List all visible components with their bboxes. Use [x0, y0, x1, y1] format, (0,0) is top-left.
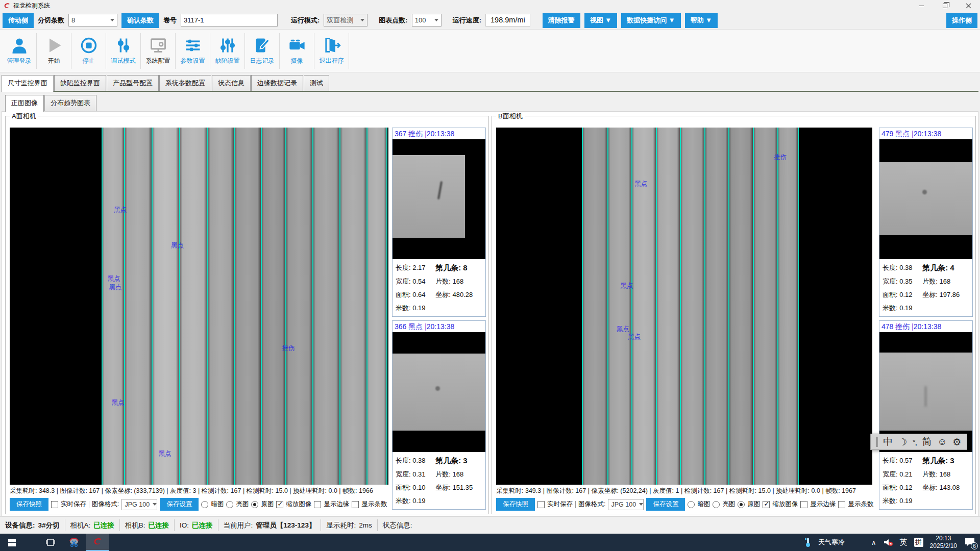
tab-page-border [2, 91, 978, 92]
defect-card-header: 479 黑点 |20:13:38 [879, 128, 972, 139]
clock[interactable]: 20:132025/2/10 [930, 535, 957, 550]
toolbar-button-stop[interactable]: 停止 [71, 33, 106, 69]
gear-icon[interactable]: ⚙ [952, 436, 961, 448]
weather-text[interactable]: 天气寒冷 [818, 538, 845, 547]
save-settings-button[interactable]: 保存设置 [646, 498, 685, 511]
toolbar-button-start[interactable]: 开始 [37, 33, 71, 69]
ime-punctuation-button[interactable]: °, [913, 438, 917, 446]
language-indicator[interactable]: 英 [900, 538, 908, 547]
pieces-label: 片数: [922, 470, 938, 478]
clear-alarm-button[interactable]: 清除报警 [543, 13, 580, 28]
roll-number-input[interactable] [181, 14, 278, 27]
chevron-down-icon [110, 19, 114, 21]
slit-count-select[interactable]: 8 [68, 14, 117, 27]
minimize-button[interactable] [910, 0, 933, 11]
snipping-tool-button[interactable] [62, 534, 86, 551]
defect-mark [925, 386, 926, 407]
show-count-label: 显示条数 [361, 500, 387, 509]
width-label: 宽度: [396, 278, 411, 285]
save-settings-button[interactable]: 保存设置 [160, 498, 199, 511]
image-format-value: JPG 100 [125, 501, 150, 508]
image-format-select[interactable]: JPG 100 [608, 499, 644, 510]
defect-settings-label: 缺陷设置 [215, 57, 240, 65]
confirm-count-button[interactable]: 确认条数 [121, 13, 159, 28]
camera-a-status-line: 采集耗时: 348.3 | 图像计数: 167 | 像素坐标: (333,713… [10, 487, 485, 495]
realtime-save-checkbox[interactable] [51, 501, 58, 508]
camera-b-view: 挫伤黑点黑点黑点黑点 [496, 128, 872, 485]
toolbar-button-log-record[interactable]: 日志记录 [245, 33, 280, 69]
current-user-label: 当前用户: [224, 521, 253, 530]
tab-main-4[interactable]: 状态信息 [212, 75, 251, 92]
tab-main-6[interactable]: 测试 [304, 75, 329, 92]
length-value: 0.38 [899, 264, 912, 271]
pieces-label: 片数: [922, 278, 938, 285]
show-count-checkbox[interactable] [352, 501, 359, 508]
strip-divider-line [312, 128, 313, 485]
zoom-image-checkbox[interactable] [276, 501, 283, 508]
tab-sub-0[interactable]: 正面图像 [5, 95, 44, 112]
ime-language-bar[interactable]: 中 ☽ °, 简 ☺ ⚙ [870, 434, 967, 450]
operator-side-button[interactable]: 操作侧 [946, 13, 977, 28]
bright-image-label: 亮图 [722, 500, 735, 509]
tray-expand-chevron[interactable]: ∧ [871, 539, 876, 546]
drive-side-button[interactable]: 传动侧 [3, 13, 34, 28]
run-mode-select[interactable]: 双面检测 [324, 14, 368, 27]
toolbar-button-debug-mode[interactable]: 调试模式 [106, 33, 141, 69]
show-edge-label: 显示边缘 [810, 500, 836, 509]
toolbar-button-defect-settings[interactable]: 缺陷设置 [210, 33, 245, 69]
sample-surface [393, 354, 485, 430]
original-image-radio[interactable] [251, 501, 258, 508]
ime-indicator[interactable]: 拼 [914, 538, 923, 547]
view-menu-button[interactable]: 视图 ▼ [584, 13, 617, 28]
notification-center-button[interactable]: 6 [964, 537, 976, 548]
debug-mode-label: 调试模式 [111, 57, 136, 65]
bright-image-radio[interactable] [226, 501, 233, 508]
defect-card[interactable]: 479 黑点 |20:13:38 长度: 0.38 第几条: 4 宽度: 0.3… [879, 128, 973, 317]
toolbar-button-exit-program[interactable]: 退出程序 [314, 33, 349, 69]
toolbar-button-param-settings[interactable]: 参数设置 [176, 33, 210, 69]
speaker-muted-icon[interactable] [883, 538, 893, 546]
show-count-checkbox[interactable] [838, 501, 845, 508]
tab-main-2[interactable]: 产品型号配置 [107, 75, 159, 92]
app-taskbar-button[interactable] [86, 534, 109, 551]
original-image-radio[interactable] [738, 501, 745, 508]
defect-card[interactable]: 366 黑点 |20:13:38 长度: 0.38 第几条: 3 宽度: 0.3… [392, 320, 486, 510]
defect-label: 黑点 [159, 449, 172, 458]
toolbar-button-system-config[interactable]: 系统配置 [141, 33, 176, 69]
chart-points-select[interactable]: 100 [412, 14, 442, 27]
start-button[interactable] [0, 534, 23, 551]
realtime-save-checkbox[interactable] [537, 501, 545, 508]
tab-sub-1[interactable]: 分布趋势图表 [44, 95, 96, 112]
dark-image-radio[interactable] [688, 501, 695, 508]
task-view-button[interactable] [39, 534, 62, 551]
save-snapshot-button[interactable]: 保存快照 [10, 498, 48, 511]
defect-card[interactable]: 367 挫伤 |20:13:38 长度: 2.17 第几条: 8 宽度: 0.5… [392, 128, 486, 317]
toolbar-button-admin-login[interactable]: 管理登录 [2, 33, 37, 69]
help-menu-button[interactable]: 帮助 ▼ [685, 13, 718, 28]
main-icon-toolbar: 管理登录开始停止调试模式系统配置参数设置缺陷设置日志记录摄像退出程序 [0, 30, 980, 72]
show-edge-checkbox[interactable] [314, 501, 321, 508]
ime-simplified-button[interactable]: 简 [922, 435, 932, 448]
defect-thumbnail [879, 139, 972, 259]
smiley-icon[interactable]: ☺ [937, 436, 947, 447]
tab-main-1[interactable]: 缺陷监控界面 [54, 75, 106, 92]
defect-card[interactable]: 478 挫伤 |20:13:38 长度: 0.57 第几条: 3 宽度: 0.2… [879, 320, 973, 510]
bright-image-radio[interactable] [713, 501, 720, 508]
close-button[interactable] [957, 0, 980, 11]
restore-button[interactable] [933, 0, 957, 11]
slit-count-value: 8 [71, 16, 75, 24]
save-snapshot-button[interactable]: 保存快照 [496, 498, 535, 511]
image-format-select[interactable]: JPG 100 [121, 499, 157, 510]
data-quick-access-menu-button[interactable]: 数据快捷访问 ▼ [621, 13, 680, 28]
zoom-image-checkbox[interactable] [763, 501, 770, 508]
tab-main-0[interactable]: 尺寸监控界面 [2, 75, 54, 92]
windows-logo-icon [8, 539, 16, 546]
toolbar-button-video-capture[interactable]: 摄像 [280, 33, 314, 69]
drag-handle-icon[interactable] [876, 437, 878, 447]
dark-image-radio[interactable] [201, 501, 208, 508]
tab-main-3[interactable]: 系统参数配置 [159, 75, 211, 92]
show-edge-checkbox[interactable] [800, 501, 807, 508]
ime-chinese-mode-button[interactable]: 中 [883, 435, 893, 448]
tab-main-5[interactable]: 边缘数据记录 [251, 75, 303, 92]
moon-icon[interactable]: ☽ [898, 436, 907, 448]
